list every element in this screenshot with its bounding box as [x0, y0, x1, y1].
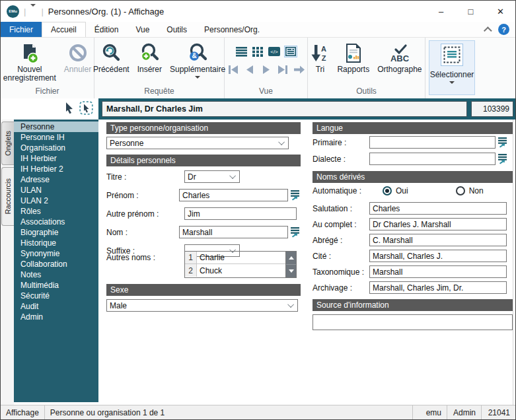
- reports-icon: [344, 42, 363, 65]
- sort-button[interactable]: AZ Tri: [307, 40, 332, 75]
- sidebar-item-ulan-2[interactable]: ULAN 2: [14, 195, 98, 206]
- sidebar-item-roles[interactable]: Rôles: [14, 206, 98, 217]
- autres-noms-row[interactable]: 1 Charlie: [185, 252, 285, 264]
- tab-edition[interactable]: Édition: [86, 22, 128, 37]
- lookup-list-icon[interactable]: [498, 153, 508, 164]
- tab-outils[interactable]: Outils: [158, 22, 196, 37]
- section-sexe-header: Sexe: [106, 284, 301, 296]
- first-record-icon[interactable]: [227, 63, 240, 75]
- maximize-button[interactable]: □: [456, 1, 486, 22]
- lookup-list-icon[interactable]: [291, 227, 301, 238]
- group-label-vue: Vue: [225, 85, 307, 98]
- previous-query-button[interactable]: Précédent: [90, 40, 133, 75]
- next-record-icon[interactable]: [260, 63, 273, 75]
- section-noms-derives-header: Noms dérivés: [313, 171, 513, 183]
- sidebar-item-adresse[interactable]: Adresse: [14, 174, 98, 185]
- sidebar-item-admin[interactable]: Admin: [14, 312, 98, 322]
- select-button[interactable]: Sélectionner: [429, 40, 475, 95]
- archivage-input[interactable]: [369, 281, 507, 294]
- tab-fichier[interactable]: Fichier: [1, 22, 42, 37]
- help-button[interactable]: ?: [498, 24, 509, 35]
- lookup-list-icon[interactable]: [291, 190, 301, 201]
- rail-tab-onglets[interactable]: Onglets: [1, 122, 14, 165]
- list-view-icon[interactable]: [235, 46, 248, 57]
- cite-input[interactable]: [369, 250, 507, 262]
- insert-query-button[interactable]: Insérer: [134, 40, 165, 75]
- quick-access-dropdown-icon[interactable]: [30, 7, 36, 16]
- status-database: emu: [412, 405, 447, 420]
- side-rail: Onglets Raccourcis: [1, 120, 14, 405]
- tab-personnes-org[interactable]: Personnes/Org.: [196, 22, 268, 37]
- autres-noms-row[interactable]: 2 Chuck: [185, 264, 285, 277]
- autre-prenom-input[interactable]: [184, 207, 297, 220]
- status-mode: Affichage: [1, 405, 45, 420]
- section-langue-header: Langue: [313, 122, 513, 134]
- abrege-input[interactable]: [369, 234, 507, 246]
- minimize-button[interactable]: –: [426, 1, 456, 22]
- salutation-input[interactable]: [369, 202, 507, 215]
- autre-prenom-label: Autre prénom :: [106, 209, 184, 219]
- emu-logo-icon: EMu: [7, 5, 19, 18]
- select-mode-icon[interactable]: [79, 101, 93, 117]
- previous-record-icon[interactable]: [243, 63, 256, 75]
- app-window: EMu | | Personnes/Org. (1) - Affichage –…: [0, 0, 516, 420]
- scroll-up-button[interactable]: [286, 252, 296, 265]
- ribbon-group-outils: AZ Tri Rapports ABC Orthographe: [308, 38, 425, 98]
- section-source-header: Source d'information: [313, 299, 513, 311]
- details-view-icon[interactable]: [284, 46, 297, 57]
- sidebar-item-organisation[interactable]: Organisation: [14, 143, 98, 153]
- sidebar-item-ulan[interactable]: ULAN: [14, 185, 98, 195]
- radio-oui[interactable]: Oui: [383, 186, 408, 195]
- sidebar-item-ih-herbier-2[interactable]: IH Herbier 2: [14, 164, 98, 174]
- sidebar-item-ih-herbier[interactable]: IH Herbier: [14, 153, 98, 164]
- pointer-cursor-icon[interactable]: [64, 102, 75, 116]
- type-combobox[interactable]: Personne: [106, 137, 289, 149]
- tab-accueil[interactable]: Accueil: [42, 22, 86, 37]
- sexe-combobox[interactable]: Male: [106, 299, 298, 312]
- sidebar-item-biographie[interactable]: Biographie: [14, 227, 98, 238]
- sidebar-item-multimedia[interactable]: Multimédia: [14, 280, 98, 291]
- lookup-list-icon[interactable]: [498, 137, 508, 148]
- au-complet-input[interactable]: [369, 218, 507, 230]
- additional-query-button[interactable]: & Supplémentaire: [166, 40, 229, 80]
- sexe-combobox-value: Male: [110, 301, 127, 310]
- primaire-input[interactable]: [369, 136, 496, 149]
- scroll-down-button[interactable]: [286, 265, 296, 277]
- additional-dropdown-icon: [195, 76, 200, 79]
- row-number: 1: [185, 252, 197, 263]
- taxonomique-input[interactable]: [369, 265, 507, 278]
- new-record-button[interactable]: Nouvel enregistrement: [0, 40, 59, 84]
- sidebar-item-associations[interactable]: Associations: [14, 217, 98, 227]
- form-area: Type personne/organisation Personne Déta…: [98, 120, 515, 405]
- radio-non[interactable]: Non: [456, 186, 484, 195]
- rail-tab-raccourcis[interactable]: Raccourcis: [1, 167, 14, 226]
- ribbon: Nouvel enregistrement Annuler Fichier Pr…: [1, 38, 515, 98]
- sidebar-item-synonymie[interactable]: Synonymie: [14, 248, 98, 259]
- previous-query-label: Précédent: [93, 65, 129, 74]
- sidebar-item-personne[interactable]: Personne: [14, 122, 98, 132]
- ribbon-tab-row: Fichier Accueil Édition Vue Outils Perso…: [1, 22, 515, 38]
- sidebar-item-securite[interactable]: Sécurité: [14, 291, 98, 301]
- sidebar-item-collaboration[interactable]: Collaboration: [14, 259, 98, 269]
- status-user: Admin: [447, 405, 481, 420]
- goto-record-icon[interactable]: [293, 63, 306, 75]
- reports-button[interactable]: Rapports: [334, 40, 373, 75]
- nom-input[interactable]: [179, 226, 288, 238]
- section-type-header: Type personne/organisation: [106, 122, 301, 134]
- last-record-icon[interactable]: [276, 63, 289, 75]
- tab-vue[interactable]: Vue: [127, 22, 158, 37]
- status-bar: Affichage Personne ou organisation 1 de …: [1, 405, 515, 420]
- code-view-icon[interactable]: </>: [268, 46, 281, 57]
- titre-combobox[interactable]: Dr: [184, 170, 240, 183]
- spelling-button[interactable]: ABC Orthographe: [374, 40, 425, 75]
- source-input[interactable]: [313, 314, 513, 330]
- collapse-ribbon-icon[interactable]: [484, 26, 492, 35]
- dialecte-input[interactable]: [369, 153, 496, 165]
- sidebar-item-historique[interactable]: Historique: [14, 238, 98, 248]
- sidebar-item-personne-ih[interactable]: Personne IH: [14, 132, 98, 143]
- close-button[interactable]: ✕: [486, 1, 515, 22]
- prenom-input[interactable]: [179, 189, 288, 201]
- sidebar-item-audit[interactable]: Audit: [14, 301, 98, 312]
- contact-sheet-view-icon[interactable]: [251, 46, 264, 57]
- sidebar-item-notes[interactable]: Notes: [14, 269, 98, 280]
